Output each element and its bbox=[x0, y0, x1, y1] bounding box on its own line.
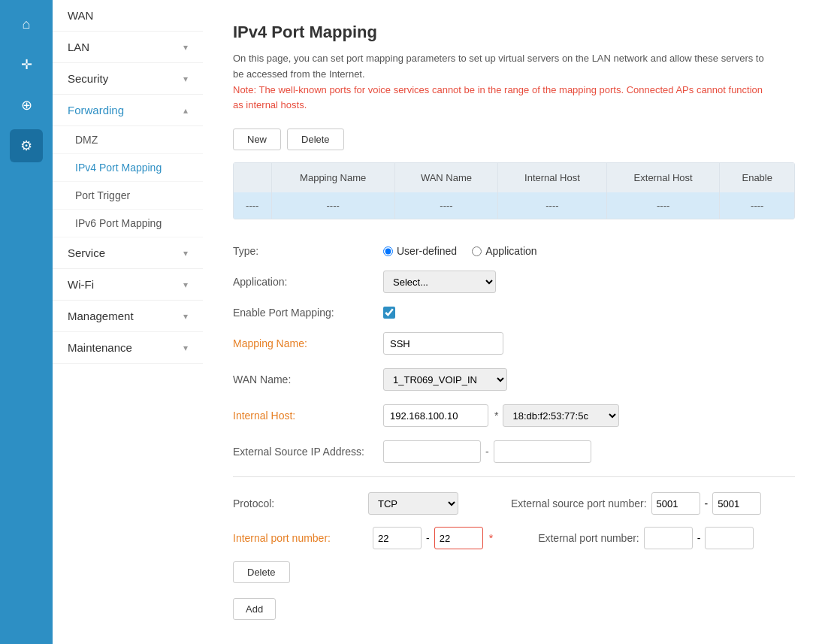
application-label: Application: bbox=[233, 276, 383, 288]
enable-row: Enable Port Mapping: bbox=[233, 307, 795, 319]
col-internal-host: Internal Host bbox=[498, 163, 607, 192]
row-mapping-name: ---- bbox=[271, 192, 394, 219]
enable-label: Enable Port Mapping: bbox=[233, 307, 383, 319]
mapping-table: Mapping Name WAN Name Internal Host Exte… bbox=[233, 162, 795, 219]
sidebar-item-management[interactable]: Management ▾ bbox=[53, 301, 203, 332]
ext-source-port-to-input[interactable] bbox=[712, 492, 761, 515]
row-external-host: ---- bbox=[606, 192, 720, 219]
home-icon[interactable]: ⌂ bbox=[10, 8, 43, 41]
mapping-name-input[interactable] bbox=[383, 332, 503, 355]
row-internal-host: ---- bbox=[498, 192, 607, 219]
col-wan-name: WAN Name bbox=[394, 163, 497, 192]
col-checkbox bbox=[234, 163, 271, 192]
col-enable: Enable bbox=[720, 163, 794, 192]
mapping-name-row: Mapping Name: bbox=[233, 332, 795, 355]
sidebar-item-ipv4-port-mapping[interactable]: IPv4 Port Mapping bbox=[53, 154, 203, 182]
required-star: * bbox=[494, 410, 498, 422]
col-mapping-name: Mapping Name bbox=[271, 163, 394, 192]
sidebar-item-ipv6-port-mapping[interactable]: IPv6 Port Mapping bbox=[53, 210, 203, 237]
sidebar-item-lan[interactable]: LAN ▾ bbox=[53, 32, 203, 63]
sidebar-item-wifi[interactable]: Wi-Fi ▾ bbox=[53, 269, 203, 301]
ext-source-port-label: External source port number: bbox=[511, 497, 647, 509]
protocol-row: Protocol: TCP UDP TCP/UDP External sourc… bbox=[233, 492, 795, 515]
required-star2: * bbox=[489, 532, 493, 544]
settings-icon[interactable]: ⚙ bbox=[10, 129, 43, 162]
internal-port-from-input[interactable] bbox=[373, 527, 422, 549]
internal-host-label: Internal Host: bbox=[233, 410, 383, 422]
chevron-down-icon: ▾ bbox=[183, 311, 188, 322]
chevron-down-icon: ▾ bbox=[183, 42, 188, 53]
ext-source-port-from-input[interactable] bbox=[651, 492, 700, 515]
port-numbers-row: Internal port number: - * External port … bbox=[233, 527, 795, 549]
wan-name-label: WAN Name: bbox=[233, 373, 383, 385]
chevron-down-icon: ▾ bbox=[183, 248, 188, 259]
port-section: Protocol: TCP UDP TCP/UDP External sourc… bbox=[233, 476, 795, 595]
internal-host-fields: * 18:db:f2:53:77:5c bbox=[383, 404, 619, 427]
external-source-label: External Source IP Address: bbox=[233, 446, 383, 458]
add-button[interactable]: Add bbox=[233, 598, 276, 620]
internal-port-to-input[interactable] bbox=[434, 527, 483, 549]
protocol-label: Protocol: bbox=[233, 497, 368, 509]
ext-source-port-field: External source port number: - bbox=[511, 492, 761, 515]
row-wan-name: ---- bbox=[394, 192, 497, 219]
type-application-radio[interactable] bbox=[472, 246, 482, 256]
plus-circle-icon[interactable]: ⊕ bbox=[10, 89, 43, 122]
type-radio-group: User-defined Application bbox=[383, 245, 537, 257]
sidebar-item-maintenance[interactable]: Maintenance ▾ bbox=[53, 332, 203, 364]
internal-host-mac-select[interactable]: 18:db:f2:53:77:5c bbox=[503, 404, 619, 427]
internal-port-field: Internal port number: - * bbox=[233, 527, 493, 549]
external-port-from-input[interactable] bbox=[644, 527, 693, 549]
row-enable: ---- bbox=[720, 192, 794, 219]
briefcase-icon[interactable]: ✛ bbox=[10, 48, 43, 81]
sidebar-item-service[interactable]: Service ▾ bbox=[53, 237, 203, 269]
external-source-fields: - bbox=[383, 440, 591, 463]
table-row: ---- ---- ---- ---- ---- ---- bbox=[234, 192, 794, 219]
internal-host-row: Internal Host: * 18:db:f2:53:77:5c bbox=[233, 404, 795, 427]
type-user-defined-radio[interactable] bbox=[383, 246, 393, 256]
internal-host-ip-input[interactable] bbox=[383, 404, 488, 427]
chevron-down-icon: ▾ bbox=[183, 280, 188, 290]
sidebar-item-wan[interactable]: WAN bbox=[53, 0, 203, 32]
chevron-down-icon: ▾ bbox=[183, 74, 188, 84]
page-title: IPv4 Port Mapping bbox=[233, 23, 795, 42]
page-description: On this page, you can set port mapping p… bbox=[233, 51, 774, 113]
enable-checkbox[interactable] bbox=[383, 307, 395, 319]
sidebar-item-port-trigger[interactable]: Port Trigger bbox=[53, 182, 203, 210]
wan-name-row: WAN Name: 1_TR069_VOIP_IN bbox=[233, 368, 795, 391]
new-button[interactable]: New bbox=[233, 128, 281, 150]
external-source-row: External Source IP Address: - bbox=[233, 440, 795, 463]
chevron-down-icon: ▾ bbox=[183, 343, 188, 353]
application-select[interactable]: Select... bbox=[383, 271, 496, 293]
external-port-label: External port number: bbox=[538, 532, 639, 544]
delete-rule-button[interactable]: Delete bbox=[233, 561, 290, 583]
toolbar: New Delete bbox=[233, 128, 795, 150]
port-mapping-form: Type: User-defined Application Applicati… bbox=[233, 237, 795, 635]
row-select: ---- bbox=[234, 192, 271, 219]
external-source-ip-from-input[interactable] bbox=[383, 440, 481, 463]
external-source-ip-to-input[interactable] bbox=[494, 440, 591, 463]
sidebar-item-dmz[interactable]: DMZ bbox=[53, 126, 203, 154]
col-external-host: External Host bbox=[606, 163, 720, 192]
type-user-defined-label[interactable]: User-defined bbox=[383, 245, 457, 257]
type-row: Type: User-defined Application bbox=[233, 245, 795, 257]
application-row: Application: Select... bbox=[233, 271, 795, 293]
protocol-select[interactable]: TCP UDP TCP/UDP bbox=[368, 492, 458, 515]
type-label: Type: bbox=[233, 245, 383, 257]
mapping-name-label: Mapping Name: bbox=[233, 337, 383, 349]
wan-name-select[interactable]: 1_TR069_VOIP_IN bbox=[383, 368, 507, 391]
protocol-field: Protocol: TCP UDP TCP/UDP bbox=[233, 492, 458, 515]
delete-button[interactable]: Delete bbox=[287, 128, 344, 150]
sidebar-item-forwarding[interactable]: Forwarding ▴ bbox=[53, 95, 203, 126]
internal-port-label: Internal port number: bbox=[233, 532, 368, 544]
sidebar-item-security[interactable]: Security ▾ bbox=[53, 63, 203, 95]
external-port-field: External port number: - bbox=[538, 527, 754, 549]
type-application-label[interactable]: Application bbox=[472, 245, 537, 257]
external-port-to-input[interactable] bbox=[705, 527, 754, 549]
chevron-up-icon: ▴ bbox=[183, 105, 188, 116]
